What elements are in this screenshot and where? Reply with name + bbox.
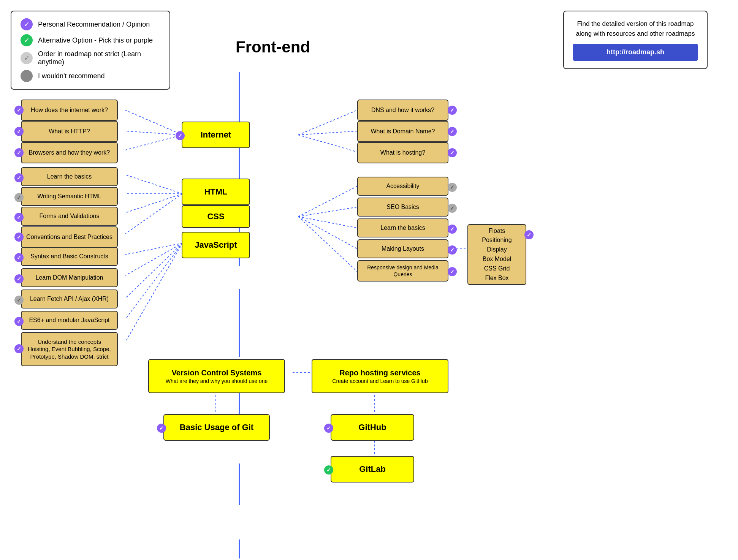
- svg-line-19: [125, 243, 182, 319]
- svg-line-14: [298, 217, 357, 272]
- legend-label-alternative: Alternative Option - Pick this or purple: [38, 36, 153, 44]
- legend-label-not-recommended: I wouldn't recommend: [38, 72, 105, 80]
- gitlab-badge: ✓: [324, 465, 333, 475]
- legend-item-alternative: ✓ Alternative Option - Pick this or purp…: [21, 34, 160, 46]
- vcs-node: Version Control Systems What are they an…: [148, 359, 285, 393]
- svg-line-5: [298, 135, 357, 152]
- making-layouts-node: Making Layouts: [357, 239, 448, 258]
- gitlab-node: GitLab: [331, 456, 414, 482]
- es6-badge: ✓: [14, 317, 24, 326]
- info-text: Find the detailed version of this roadma…: [573, 19, 698, 38]
- html-node: HTML: [182, 179, 250, 205]
- svg-line-4: [298, 131, 357, 135]
- seo-badge: ✓: [448, 204, 457, 213]
- semantic-badge: ✓: [14, 193, 24, 202]
- conventions-node: Conventions and Best Practices: [21, 226, 118, 248]
- css-learn-basics-node: Learn the basics: [357, 218, 448, 237]
- purple-check-icon: ✓: [21, 18, 33, 30]
- what-http-badge: ✓: [14, 127, 24, 136]
- browsers-badge: ✓: [14, 148, 24, 157]
- basic-git-badge: ✓: [157, 424, 166, 433]
- repo-hosting-node: Repo hosting services Create account and…: [312, 359, 448, 393]
- legend-box: ✓ Personal Recommendation / Opinion ✓ Al…: [11, 11, 170, 90]
- svg-line-8: [125, 194, 182, 213]
- info-box: Find the detailed version of this roadma…: [563, 11, 708, 69]
- fetch-badge: ✓: [14, 296, 24, 305]
- html-basics-badge: ✓: [14, 173, 24, 182]
- hosting-badge: ✓: [448, 148, 457, 157]
- svg-line-16: [125, 243, 182, 255]
- svg-line-18: [125, 243, 182, 298]
- how-internet-node: How does the internet work?: [21, 100, 118, 121]
- forms-node: Forms and Validations: [21, 207, 118, 226]
- syntax-badge: ✓: [14, 253, 24, 262]
- basic-git-node: Basic Usage of Git: [163, 414, 270, 441]
- forms-badge: ✓: [14, 213, 24, 222]
- fetch-api-node: Learn Fetch API / Ajax (XHR): [21, 289, 118, 308]
- browsers-node: Browsers and how they work?: [21, 142, 118, 163]
- svg-line-9: [125, 194, 182, 234]
- html-learn-basics-node: Learn the basics: [21, 167, 118, 186]
- svg-line-17: [125, 243, 182, 275]
- svg-line-1: [125, 131, 182, 135]
- gray-light-check-icon: ✓: [21, 52, 33, 64]
- conventions-badge: ✓: [14, 233, 24, 242]
- svg-line-2: [125, 135, 182, 150]
- javascript-node: JavaScript: [182, 232, 250, 258]
- layouts-badge: ✓: [448, 245, 457, 255]
- concepts-node: Understand the concepts Hoisting, Event …: [21, 332, 118, 366]
- svg-line-11: [298, 207, 357, 217]
- accessibility-node: Accessibility: [357, 177, 448, 196]
- github-node: GitHub: [331, 414, 414, 441]
- css-details-badge: ✓: [524, 230, 534, 239]
- svg-line-20: [125, 243, 182, 342]
- dns-node: DNS and how it works?: [357, 100, 448, 121]
- syntax-node: Syntax and Basic Constructs: [21, 247, 118, 266]
- internet-badge: ✓: [176, 131, 185, 140]
- semantic-html-node: Writing Semantic HTML: [21, 187, 118, 206]
- svg-line-3: [298, 110, 357, 135]
- concepts-badge: ✓: [14, 344, 24, 353]
- legend-item-personal: ✓ Personal Recommendation / Opinion: [21, 18, 160, 30]
- page-title: Front-end: [236, 38, 310, 56]
- legend-label-personal: Personal Recommendation / Opinion: [38, 21, 150, 28]
- svg-line-0: [125, 110, 182, 135]
- domain-name-node: What is Domain Name?: [357, 121, 448, 142]
- svg-line-13: [298, 217, 357, 249]
- dns-badge: ✓: [448, 106, 457, 115]
- how-internet-badge: ✓: [14, 106, 24, 115]
- css-node: CSS: [182, 205, 250, 228]
- domain-badge: ✓: [448, 127, 457, 136]
- svg-line-10: [298, 186, 357, 217]
- roadmap-link[interactable]: http://roadmap.sh: [573, 44, 698, 61]
- hosting-node: What is hosting?: [357, 142, 448, 163]
- svg-line-12: [298, 217, 357, 228]
- dom-manipulation-node: Learn DOM Manipulation: [21, 268, 118, 287]
- css-basics-badge: ✓: [448, 225, 457, 234]
- css-details-node: Floats Positioning Display Box Model CSS…: [467, 224, 526, 285]
- github-badge: ✓: [324, 424, 333, 433]
- legend-item-order: ✓ Order in roadmap not strict (Learn any…: [21, 50, 160, 66]
- seo-basics-node: SEO Basics: [357, 198, 448, 217]
- responsive-node: Responsive design and Media Queries: [357, 260, 448, 282]
- accessibility-badge: ✓: [448, 183, 457, 192]
- gray-dark-icon: [21, 70, 33, 82]
- internet-node: Internet: [182, 122, 250, 148]
- legend-label-order: Order in roadmap not strict (Learn anyti…: [38, 50, 160, 66]
- dom-badge: ✓: [14, 274, 24, 283]
- green-check-icon: ✓: [21, 34, 33, 46]
- responsive-badge: ✓: [448, 267, 457, 276]
- es6-node: ES6+ and modular JavaScript: [21, 311, 118, 330]
- what-http-node: What is HTTP?: [21, 121, 118, 142]
- svg-line-6: [125, 175, 182, 194]
- legend-item-not-recommended: I wouldn't recommend: [21, 70, 160, 82]
